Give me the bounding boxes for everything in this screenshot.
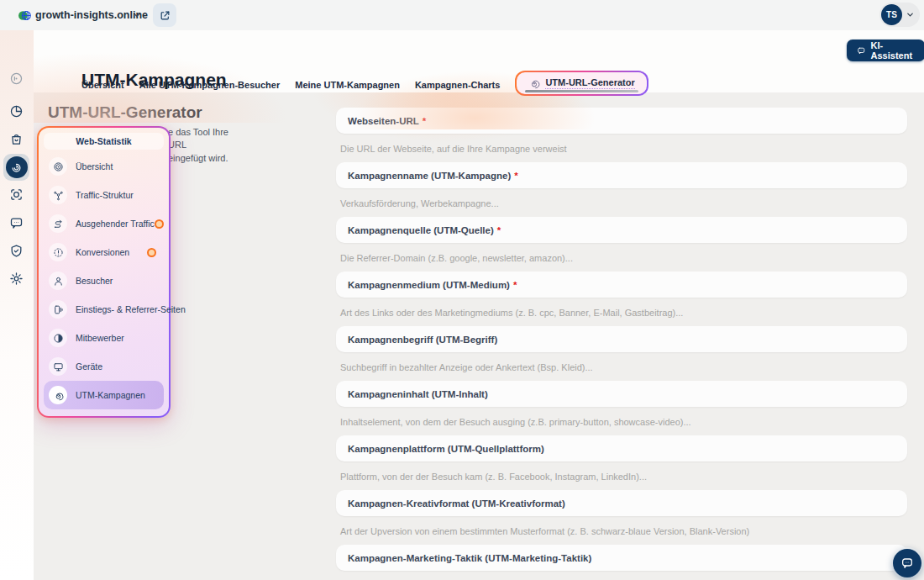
notification-badge: [147, 248, 156, 257]
shopping-bag-icon[interactable]: [9, 132, 24, 146]
browser-top-bar: growth-insights.online TS: [0, 0, 924, 30]
tab-bar: Übersicht Alle UTM-Kampagnen-Besucher Me…: [81, 74, 648, 96]
field-label: Kampagnen-Kreativformat (UTM-Kreativform…: [348, 498, 565, 509]
menu-item-utm-kampagnen[interactable]: UTM-Kampagnen: [44, 381, 164, 409]
notification-badge: [155, 219, 164, 229]
target-scan-icon[interactable]: [9, 187, 24, 202]
ki-assistent-label: KI-Assistent: [871, 40, 915, 61]
field-kampagnenname[interactable]: Kampagnenname (UTM-Kampagne) *: [336, 162, 907, 188]
avatar: TS: [881, 4, 902, 25]
route-icon: [49, 214, 67, 233]
tab-label: UTM-URL-Generator: [545, 77, 634, 89]
required-asterisk: *: [513, 280, 517, 290]
menu-item-ausgehender-traffic[interactable]: Ausgehender Traffic: [44, 209, 164, 238]
chat-bubble-icon[interactable]: [9, 216, 24, 230]
account-menu-button[interactable]: TS: [879, 3, 920, 27]
field-kampagnenmedium[interactable]: Kampagnenmedium (UTM-Medium) *: [336, 272, 907, 298]
web-statistik-icon: [6, 156, 28, 178]
network-icon: [49, 186, 67, 204]
field-kampagnen-kreativformat[interactable]: Kampagnen-Kreativformat (UTM-Kreativform…: [336, 490, 907, 516]
field-helper: Art der Upversion von einem bestimmten M…: [340, 526, 924, 538]
menu-item-traffic-struktur[interactable]: Traffic-Struktur: [44, 181, 164, 209]
field-helper: Suchbegriff in bezahlter Anzeige oder An…: [340, 362, 924, 374]
form-field-group: Kampagneninhalt (UTM-Inhalt) Inhaltselem…: [336, 381, 924, 429]
web-statistik-popup-menu: Web-Statistik Übersicht Traffic-Struktur…: [37, 126, 171, 418]
bullseye-icon: [49, 157, 67, 176]
ki-assistent-button[interactable]: KI-Assistent: [847, 40, 924, 61]
open-site-button[interactable]: [153, 3, 176, 27]
menu-item-label: Einstiegs- & Referrer-Seiten: [76, 304, 186, 314]
field-label: Kampagnenmedium (UTM-Medium): [348, 280, 510, 290]
field-helper: Inhaltselement, von dem der Besuch ausgi…: [340, 417, 924, 429]
field-helper: Die URL der Webseite, auf die Ihre Kampa…: [340, 144, 924, 156]
field-kampagneninhalt[interactable]: Kampagneninhalt (UTM-Inhalt): [336, 381, 907, 407]
menu-item-einstiegs-referrer-seiten[interactable]: Einstiegs- & Referrer-Seiten: [44, 295, 164, 324]
account-chevron-down-icon: [906, 10, 915, 19]
chat-bubble-icon: [900, 556, 914, 570]
required-asterisk: *: [514, 171, 517, 181]
external-link-icon: [160, 10, 171, 21]
menu-item-uebersicht[interactable]: Übersicht: [44, 152, 164, 181]
field-helper: Plattform, von der der Besuch kam (z. B.…: [340, 472, 924, 483]
menu-item-label: Geräte: [76, 361, 102, 372]
chat-fab-button[interactable]: [893, 549, 921, 577]
field-webseiten-url[interactable]: Webseiten-URL *: [336, 108, 907, 134]
site-chevron-down-icon[interactable]: [132, 10, 142, 20]
pie-chart-icon[interactable]: [9, 104, 24, 119]
menu-item-konversionen[interactable]: Konversionen: [44, 238, 164, 266]
menu-item-label: Mitbewerber: [76, 333, 124, 343]
popup-title: Web-Statistik: [44, 133, 164, 150]
field-helper: Die Referrer-Domain (z.B. google, newsle…: [340, 253, 924, 265]
menu-item-geraete[interactable]: Geräte: [44, 352, 164, 381]
menu-item-label: Ausgehender Traffic: [76, 219, 155, 229]
section-description-fragment: e das Tool Ihre: [168, 127, 228, 137]
chat-bubble-icon: [857, 45, 866, 56]
main-content: UTM-URL-Generator e das Tool Ihre URL ei…: [34, 92, 924, 580]
utm-swirl-icon: [49, 386, 67, 404]
form-field-group: Kampagnenmedium (UTM-Medium) * Art des L…: [336, 272, 924, 319]
form-field-group: Kampagnen-Marketing-Taktik (UTM-Marketin…: [336, 545, 924, 571]
menu-item-label: UTM-Kampagnen: [76, 390, 145, 400]
menu-item-mitbewerber[interactable]: Mitbewerber: [44, 324, 164, 352]
field-helper: Verkaufsförderung, Werbekampagne...: [340, 198, 924, 210]
field-label: Webseiten-URL: [348, 116, 419, 126]
icon-sidebar: [0, 30, 34, 580]
field-kampagnen-marketing-taktik[interactable]: Kampagnen-Marketing-Taktik (UTM-Marketin…: [336, 545, 907, 571]
field-kampagnenbegriff[interactable]: Kampagnenbegriff (UTM-Begriff): [336, 326, 907, 352]
tab-alle-utm-kampagnen-besucher[interactable]: Alle UTM-Kampagnen-Besucher: [139, 80, 280, 90]
form-field-group: Kampagnenbegriff (UTM-Begriff) Suchbegri…: [336, 326, 924, 374]
menu-item-besucher[interactable]: Besucher: [44, 266, 164, 295]
required-asterisk: *: [423, 116, 426, 126]
section-description-fragment: eingefügt wird.: [168, 153, 228, 163]
field-label: Kampagnenplattform (UTM-Quellplattform): [348, 444, 544, 454]
field-label: Kampagnenquelle (UTM-Quelle): [348, 225, 494, 235]
tab-kampagnen-charts[interactable]: Kampagnen-Charts: [415, 80, 500, 90]
tab-meine-utm-kampagnen[interactable]: Meine UTM-Kampagnen: [295, 80, 400, 90]
status-circle-icon[interactable]: [9, 71, 24, 86]
form-field-group: Webseiten-URL * Die URL der Webseite, au…: [336, 108, 924, 156]
menu-item-label: Traffic-Struktur: [76, 190, 134, 200]
field-helper: Art des Links oder des Marketingmediums …: [340, 308, 924, 319]
utm-url-generator-form: Webseiten-URL * Die URL der Webseite, au…: [336, 92, 924, 580]
half-circle-icon: [49, 329, 67, 347]
site-name[interactable]: growth-insights.online: [35, 9, 148, 21]
person-icon: [49, 272, 67, 290]
pages-icon: [49, 300, 67, 319]
field-label: Kampagnenname (UTM-Kampagne): [348, 171, 511, 181]
section-description-fragment: URL: [168, 140, 186, 150]
tab-uebersicht[interactable]: Übersicht: [81, 80, 124, 90]
site-favicon-globe-icon: [18, 8, 32, 23]
form-field-group: Kampagnenname (UTM-Kampagne) * Verkaufsf…: [336, 162, 924, 210]
exclamation-circle-icon: [49, 243, 67, 261]
gear-icon[interactable]: [9, 272, 24, 286]
field-kampagnenplattform[interactable]: Kampagnenplattform (UTM-Quellplattform): [336, 435, 907, 461]
field-label: Kampagnen-Marketing-Taktik (UTM-Marketin…: [348, 553, 591, 563]
tab-utm-url-generator[interactable]: UTM-URL-Generator: [515, 71, 648, 96]
field-label: Kampagnenbegriff (UTM-Begriff): [348, 335, 497, 345]
sidebar-item-web-statistik[interactable]: [3, 154, 29, 181]
shield-check-icon[interactable]: [9, 244, 24, 258]
field-label: Kampagneninhalt (UTM-Inhalt): [348, 389, 488, 399]
field-kampagnenquelle[interactable]: Kampagnenquelle (UTM-Quelle) *: [336, 217, 907, 243]
form-field-group: Kampagnen-Kreativformat (UTM-Kreativform…: [336, 490, 924, 538]
form-field-group: Kampagnenquelle (UTM-Quelle) * Die Refer…: [336, 217, 924, 265]
